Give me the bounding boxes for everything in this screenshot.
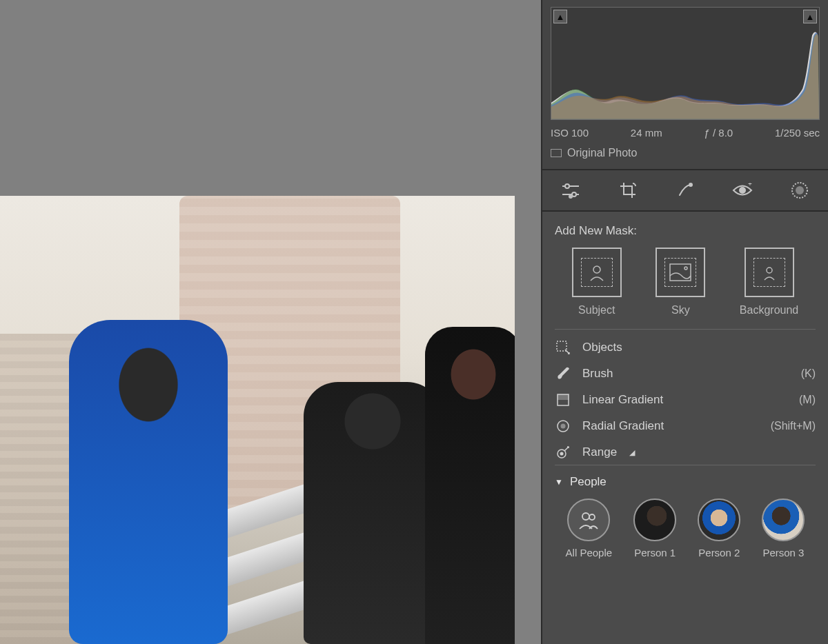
mask-radial-gradient-button[interactable]: Radial Gradient (Shift+M) [555, 418, 816, 434]
canvas-area [0, 0, 541, 644]
svg-point-17 [561, 424, 566, 429]
svg-rect-13 [557, 341, 566, 351]
original-photo-label: Original Photo [567, 147, 637, 159]
svg-point-19 [560, 452, 564, 456]
svg-point-21 [589, 514, 595, 520]
healing-tool-button[interactable] [674, 179, 696, 201]
people-header-label: People [570, 475, 607, 489]
checkbox-icon [551, 149, 562, 157]
original-photo-toggle[interactable]: Original Photo [551, 147, 820, 159]
mask-item-label: Objects [582, 341, 622, 354]
all-people-button[interactable]: All People [566, 499, 613, 559]
mask-tile-row: Subject Sky Background [555, 248, 816, 316]
toolstrip: + [542, 170, 828, 212]
person-avatar [762, 499, 805, 541]
mask-objects-button[interactable]: Objects [555, 339, 816, 356]
range-icon [555, 444, 571, 461]
photo-bg-shape [425, 327, 515, 644]
exif-shutter: 1/250 sec [775, 127, 820, 139]
svg-point-11 [684, 267, 687, 270]
exif-row: ISO 100 24 mm ƒ / 8.0 1/250 sec [551, 127, 820, 139]
add-new-mask-header: Add New Mask: [555, 224, 816, 238]
people-section: ▼ People All People Person 1 Person 2 [555, 475, 816, 559]
person-label: Person 3 [762, 547, 804, 559]
mask-range-button[interactable]: Range ◢ [555, 444, 816, 461]
masking-tool-button[interactable] [789, 179, 811, 201]
disclosure-triangle-icon: ▼ [555, 477, 563, 487]
background-icon [753, 258, 785, 287]
healing-brush-icon [676, 181, 694, 199]
exif-aperture: ƒ / 8.0 [704, 127, 733, 139]
mask-item-label: Linear Gradient [582, 393, 663, 407]
mask-item-label: Radial Gradient [582, 419, 664, 433]
mask-tool-list: Objects Brush (K) Linear Gradient (M) [555, 339, 816, 461]
people-row: All People Person 1 Person 2 Person 3 [555, 499, 816, 559]
svg-point-9 [593, 266, 600, 273]
separator [555, 465, 816, 465]
histogram-curve [551, 30, 819, 119]
crop-tool-button[interactable] [617, 179, 639, 201]
mask-item-shortcut: (Shift+M) [771, 420, 816, 432]
masking-icon [791, 181, 809, 199]
submenu-indicator-icon: ◢ [629, 448, 635, 457]
mask-linear-gradient-button[interactable]: Linear Gradient (M) [555, 392, 816, 408]
highlight-clipping-toggle[interactable] [803, 10, 817, 23]
sky-icon [664, 258, 696, 287]
svg-point-20 [582, 513, 589, 520]
people-section-toggle[interactable]: ▼ People [555, 475, 816, 489]
person-3-button[interactable]: Person 3 [762, 499, 805, 559]
redeye-tool-button[interactable]: + [731, 179, 753, 201]
photo-bg-shape [304, 382, 442, 644]
svg-point-2 [565, 184, 569, 188]
svg-point-12 [767, 268, 772, 273]
mask-item-shortcut: (M) [799, 394, 816, 406]
histogram[interactable] [551, 7, 820, 120]
person-label: All People [566, 547, 613, 559]
photo-bg-shape [69, 320, 228, 644]
mask-panel: Add New Mask: Subject Sky [542, 212, 828, 644]
exif-focal: 24 mm [631, 127, 662, 139]
shadow-clipping-toggle[interactable] [553, 10, 567, 23]
person-label: Person 1 [634, 547, 676, 559]
person-avatar [698, 499, 740, 541]
person-1-button[interactable]: Person 1 [633, 499, 676, 559]
mask-item-shortcut: (K) [801, 368, 816, 380]
svg-point-3 [572, 192, 576, 197]
objects-icon [555, 339, 571, 356]
person-label: Person 2 [698, 547, 740, 559]
linear-gradient-icon [555, 392, 571, 408]
radial-gradient-icon [555, 418, 571, 434]
develop-side-panel: ISO 100 24 mm ƒ / 8.0 1/250 sec Original… [541, 0, 828, 644]
person-2-button[interactable]: Person 2 [698, 499, 740, 559]
mask-background-button[interactable]: Background [740, 248, 798, 316]
svg-point-8 [796, 186, 804, 194]
mask-tile-label: Subject [578, 304, 615, 316]
crop-icon [619, 181, 637, 199]
all-people-icon [567, 499, 610, 541]
person-avatar [633, 499, 676, 541]
edit-tool-button[interactable] [560, 179, 582, 201]
mask-sky-button[interactable]: Sky [656, 248, 705, 316]
svg-text:+: + [748, 183, 752, 188]
mask-tile-label: Sky [671, 304, 690, 316]
photo-preview[interactable] [0, 196, 515, 644]
svg-rect-15 [558, 394, 569, 400]
svg-point-5 [740, 188, 745, 193]
mask-tile-label: Background [740, 304, 798, 316]
svg-point-4 [689, 183, 692, 186]
mask-brush-button[interactable]: Brush (K) [555, 365, 816, 382]
mask-item-label: Range [582, 445, 617, 459]
brush-icon [555, 365, 571, 382]
mask-item-label: Brush [582, 367, 613, 381]
histogram-panel: ISO 100 24 mm ƒ / 8.0 1/250 sec Original… [542, 0, 828, 170]
exif-iso: ISO 100 [551, 127, 589, 139]
redeye-icon: + [732, 183, 753, 198]
subject-icon [581, 258, 613, 287]
separator [555, 329, 816, 330]
mask-subject-button[interactable]: Subject [572, 248, 622, 316]
